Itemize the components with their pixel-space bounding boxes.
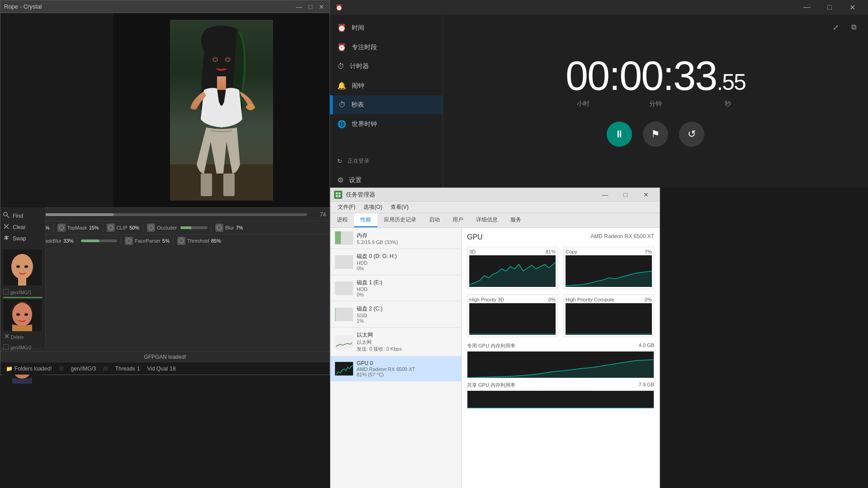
tm-minimize-btn[interactable]: — <box>595 188 615 202</box>
clear-action[interactable]: Clear <box>2 221 43 233</box>
gpu-copy-canvas <box>566 255 652 287</box>
gpu-mem-value: 4.0 GB <box>639 343 654 349</box>
clock-titlebar: ⏰ — □ ✕ <box>330 0 868 14</box>
tm-maximize-btn[interactable]: □ <box>615 188 636 202</box>
gen-img-2-label: gen/IMG/2 <box>10 345 32 350</box>
list-item-ethernet[interactable]: 以太网 以太网发送: 0 接收: 0 Kbps <box>330 328 461 357</box>
svg-rect-11 <box>223 174 235 196</box>
clock-menu-login[interactable]: ↻ 正在登录 <box>330 152 443 170</box>
ethernet-name: 以太网 <box>357 331 457 339</box>
delete-gen-img-1-btn[interactable]: Delete <box>3 333 42 341</box>
folder-icon: 📁 <box>6 366 13 372</box>
video-main <box>113 13 330 207</box>
rope-close-btn[interactable]: ✕ <box>317 3 326 10</box>
timeline-bar[interactable] <box>31 213 307 216</box>
clock-menu-shijiezhi[interactable]: 🌐 世界时钟 <box>330 114 443 134</box>
flag-button[interactable]: ⚑ <box>643 122 668 147</box>
tm-app-icon <box>334 191 342 199</box>
gpu-hp3d-value: 0% <box>548 297 556 302</box>
clock-menu-jisuanqi[interactable]: ⏱ 计时器 <box>330 57 443 76</box>
jisuanqi-label: 计时器 <box>350 62 369 70</box>
popout-icon[interactable]: ⧉ <box>846 20 861 34</box>
clip-label: CLIP <box>117 225 127 230</box>
gen-img-1-header: gen/IMG/1 <box>3 289 42 296</box>
ethernet-bar-container <box>335 335 353 349</box>
svg-rect-30 <box>18 277 26 286</box>
rope-minimize-btn[interactable]: — <box>294 3 304 10</box>
faceparser-value: 5% <box>162 238 170 244</box>
clock-close-btn[interactable]: ✕ <box>842 0 863 14</box>
clock-maximize-btn[interactable]: □ <box>819 0 840 14</box>
shijiezhi-label: 世界时钟 <box>352 120 377 128</box>
gpu-shared-mem-header: 共享 GPU 内存利用率 7.9 GB <box>467 382 654 389</box>
clock-menu-shijian[interactable]: ⏰ 时间 <box>330 18 443 38</box>
gpu-copy-label: Copy 7% <box>566 249 652 254</box>
tm-view-menu[interactable]: 查看(V) <box>387 202 412 213</box>
tab-startup[interactable]: 启动 <box>423 213 446 227</box>
timeline-frame-number: 74 <box>312 211 326 218</box>
tab-details[interactable]: 详细信息 <box>470 213 504 227</box>
list-item-disk1[interactable]: 磁盘 1 (E:) HDD0% <box>330 275 461 301</box>
gpu0-name: GPU 0 <box>357 360 457 366</box>
find-action[interactable]: Find <box>2 210 43 221</box>
svg-point-5 <box>213 58 217 61</box>
list-item-disk0[interactable]: 磁盘 0 (D: G: H:) HDD0% <box>330 249 461 275</box>
maskblur-slider[interactable] <box>81 239 117 242</box>
video-area <box>0 13 330 207</box>
tm-close-btn[interactable]: ✕ <box>636 188 656 202</box>
reset-button[interactable]: ↺ <box>679 122 704 147</box>
clock-minimize-btn[interactable]: — <box>797 0 817 14</box>
hours-label: 小时 <box>565 100 601 108</box>
clock-menu-zhuanzhu[interactable]: ⏰ 专注时段 <box>330 38 443 57</box>
tab-users[interactable]: 用户 <box>446 213 470 227</box>
ethernet-graph <box>335 335 353 349</box>
tab-services[interactable]: 服务 <box>504 213 528 227</box>
ctrl-occluder: Occluder <box>147 224 208 232</box>
tab-history[interactable]: 应用历史记录 <box>377 213 423 227</box>
stopwatch-display-container: 00:00:33 .55 <box>566 56 745 96</box>
status-bar: 📁 Folders loaded! /// gen/IMG/3 /// Thre… <box>0 362 330 375</box>
gpu-hpc-svg <box>566 303 652 335</box>
divider-2 <box>103 223 103 232</box>
clock-content: ⏰ 时间 ⏰ 专注时段 ⏱ 计时器 🔔 闹钟 ⏱ 秒表 🌐 世 <box>330 14 868 188</box>
gpu-copy-svg <box>566 255 652 287</box>
rope-window: Rope - Crystal — □ ✕ <box>0 0 330 375</box>
clock-menu-nazhong[interactable]: 🔔 闹钟 <box>330 76 443 95</box>
img3-label: gen/IMG/3 <box>71 366 96 372</box>
list-item-memory[interactable]: 内存 5.2/15.9 GB (33%) <box>330 228 461 249</box>
occluder-slider[interactable] <box>180 226 208 229</box>
tm-options-menu[interactable]: 选项(O) <box>360 202 386 213</box>
fullscreen-icon[interactable]: ⤢ <box>828 20 843 34</box>
clock-app-title: ⏰ <box>335 4 343 11</box>
task-manager-window: 任务管理器 — □ ✕ 文件(F) 选项(O) 查看(V) 进程 性能 应用历史… <box>330 188 660 488</box>
status-div-1: /// <box>59 366 64 372</box>
vid-qual-label: Vid Qual <box>147 366 168 372</box>
video-frame <box>170 20 273 201</box>
divider-4 <box>211 223 212 232</box>
tab-xingneng[interactable]: 性能 <box>354 213 377 227</box>
gpu-hp3d-svg <box>469 303 556 335</box>
rope-maximize-btn[interactable]: □ <box>307 3 314 10</box>
swap-action[interactable]: Swap <box>2 233 43 244</box>
disk2-sub: SSD1% <box>357 313 457 324</box>
list-item-disk2[interactable]: 磁盘 2 (C:) SSD1% <box>330 301 461 328</box>
gpu0-sub: AMD Radeon RX 6500 XT81% (57 °C) <box>357 366 457 377</box>
tm-file-menu[interactable]: 文件(F) <box>334 202 359 213</box>
rope-title: Rope - Crystal <box>4 3 42 10</box>
threshold-value: 85% <box>211 238 221 244</box>
clock-menu-settings[interactable]: ⚙ 设置 <box>330 170 443 190</box>
tm-gpu-panel: GPU AMD Radeon RX 6500 XT 3D 81% <box>462 228 660 488</box>
divider-6 <box>77 236 77 245</box>
status-folders: 📁 Folders loaded! <box>6 366 52 372</box>
clock-menu-miaozhong[interactable]: ⏱ 秒表 <box>330 95 443 114</box>
list-item-gpu0[interactable]: GPU 0 AMD Radeon RX 6500 XT81% (57 °C) <box>330 357 461 381</box>
clear-label: Clear <box>13 224 26 230</box>
divider-1 <box>53 223 54 232</box>
pause-button[interactable]: ⏸ <box>607 122 632 147</box>
gpu-shared-mem-graph <box>467 390 654 408</box>
tab-jincheng[interactable]: 进程 <box>330 213 354 227</box>
gen-img-1-label: gen/IMG/1 <box>10 290 32 295</box>
tm-window-controls: — □ ✕ <box>595 188 656 202</box>
gpu-shared-mem-value: 7.9 GB <box>639 382 654 389</box>
topmask-value: 15% <box>89 225 99 230</box>
